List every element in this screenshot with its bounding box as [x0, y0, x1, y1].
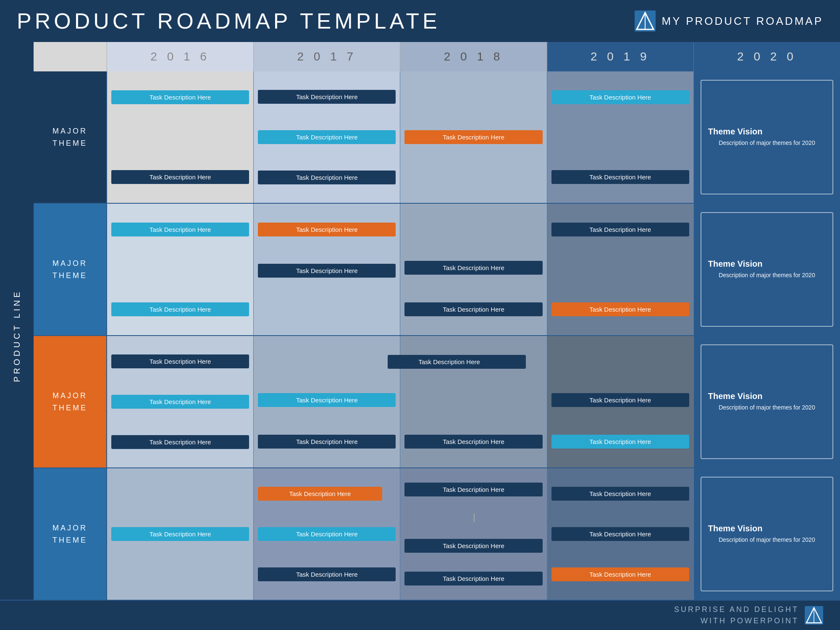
- task-pill: Task Description Here: [404, 539, 542, 553]
- product-line-label: PRODUCT LINE: [12, 289, 22, 382]
- task-pill: Task Description Here: [404, 130, 542, 144]
- cell-1-2019: Task Description Here Task Description H…: [547, 71, 694, 203]
- theme-vision-title-4: Theme Vision: [708, 524, 826, 533]
- task-pill: Task Description Here: [111, 302, 249, 316]
- task-pill: Task Description Here: [404, 435, 542, 449]
- theme-vision-title-2: Theme Vision: [708, 259, 826, 269]
- footer: SURPRISE AND DELIGHT WITH POWERPOINT: [0, 600, 840, 630]
- cell-3-2020: Theme Vision Description of major themes…: [694, 336, 840, 467]
- task-pill: Task Description Here: [111, 354, 249, 368]
- header: PRODUCT ROADMAP TEMPLATE MY PRODUCT ROAD…: [0, 0, 840, 42]
- year-2016: 2 0 1 6: [107, 42, 254, 71]
- task-pill: Task Description Here: [258, 435, 396, 449]
- task-pill: Task Description Here: [551, 567, 689, 581]
- task-pill: Task Description Here: [551, 170, 689, 184]
- cell-4-2019: Task Description Here Task Description H…: [547, 468, 694, 600]
- theme-vision-title-3: Theme Vision: [708, 391, 826, 401]
- cell-1-2017: Task Description Here Task Description H…: [254, 71, 400, 203]
- task-pill: Task Description Here: [258, 393, 396, 407]
- task-pill: Task Description Here: [258, 567, 396, 581]
- page-title: PRODUCT ROADMAP TEMPLATE: [17, 8, 441, 34]
- task-pill: Task Description Here: [111, 170, 249, 184]
- theme-vision-3: Theme Vision Description of major themes…: [701, 344, 833, 459]
- task-pill: Task Description Here: [258, 487, 382, 501]
- task-pill: Task Description Here: [551, 90, 689, 104]
- cell-2-2018: Task Description Here Task Description H…: [400, 204, 547, 335]
- task-pill: Task Description Here: [551, 435, 689, 449]
- cell-2-2017: Task Description Here Task Description H…: [254, 204, 400, 335]
- theme-vision-1: Theme Vision Description of major themes…: [701, 80, 833, 194]
- task-pill: Task Description Here: [258, 264, 396, 278]
- task-pill: Task Description Here: [258, 223, 396, 236]
- cell-2-2016: Task Description Here Task Description H…: [107, 204, 254, 335]
- task-pill: Task Description Here: [551, 223, 689, 236]
- year-2017: 2 0 1 7: [254, 42, 400, 71]
- theme-vision-desc-3: Description of major themes for 2020: [708, 404, 826, 412]
- footer-text: SURPRISE AND DELIGHT WITH POWERPOINT: [674, 604, 799, 627]
- task-pill: Task Description Here: [388, 355, 525, 369]
- task-pill: Task Description Here: [258, 90, 396, 104]
- cell-3-2017: Task Description Here Task Description H…: [254, 336, 400, 467]
- task-pill: Task Description Here: [111, 527, 249, 541]
- cell-4-2018: Task Description Here Task Description H…: [400, 468, 547, 600]
- brand-name: MY PRODUCT ROADMAP: [662, 15, 823, 28]
- grid-row-4: MAJORTHEME Task Description Here Task De…: [34, 468, 840, 600]
- footer-line1: SURPRISE AND DELIGHT: [674, 605, 799, 614]
- theme-vision-title-1: Theme Vision: [708, 127, 826, 136]
- task-pill: Task Description Here: [404, 261, 542, 275]
- footer-line2: WITH POWERPOINT: [701, 617, 799, 625]
- task-pill: Task Description Here: [404, 302, 542, 316]
- task-pill: Task Description Here: [551, 487, 689, 501]
- theme-vision-desc-2: Description of major themes for 2020: [708, 271, 826, 280]
- vertical-label-col: PRODUCT LINE: [0, 71, 34, 600]
- theme-label-1: MAJORTHEME: [34, 71, 107, 203]
- cell-4-2020: Theme Vision Description of major themes…: [694, 468, 840, 600]
- theme-vision-4: Theme Vision Description of major themes…: [701, 477, 833, 591]
- task-pill: Task Description Here: [111, 435, 249, 449]
- theme-label-text-2: MAJORTHEME: [52, 257, 87, 282]
- cell-2-2019: Task Description Here Task Description H…: [547, 204, 694, 335]
- theme-vision-desc-4: Description of major themes for 2020: [708, 536, 826, 544]
- task-pill: Task Description Here: [551, 302, 689, 316]
- task-pill: Task Description Here: [404, 572, 542, 585]
- main-container: PRODUCT ROADMAP TEMPLATE MY PRODUCT ROAD…: [0, 0, 840, 630]
- year-header-row: 2 0 1 6 2 0 1 7 2 0 1 8 2 0 1 9 2 0 2 0: [0, 42, 840, 71]
- grid-row-3: MAJORTHEME Task Description Here Task De…: [34, 336, 840, 468]
- theme-vision-desc-1: Description of major themes for 2020: [708, 139, 826, 147]
- cell-4-2016: Task Description Here: [107, 468, 254, 600]
- task-pill: Task Description Here: [111, 90, 249, 104]
- task-pill: Task Description Here: [551, 393, 689, 407]
- year-2018: 2 0 1 8: [400, 42, 547, 71]
- year-2019: 2 0 1 9: [547, 42, 694, 71]
- theme-label-text-3: MAJORTHEME: [52, 390, 87, 414]
- grid-row-1: MAJORTHEME Task Description Here Task De…: [34, 71, 840, 204]
- cell-1-2020: Theme Vision Description of major themes…: [694, 71, 840, 203]
- footer-logo-icon: [805, 606, 823, 625]
- grid-content: PRODUCT LINE MAJORTHEME Task Description…: [0, 71, 840, 600]
- theme-vision-2: Theme Vision Description of major themes…: [701, 212, 833, 327]
- header-right: MY PRODUCT ROADMAP: [635, 10, 823, 32]
- task-pill: Task Description Here: [258, 130, 396, 144]
- theme-label-text-4: MAJORTHEME: [52, 522, 87, 546]
- cell-2-2020: Theme Vision Description of major themes…: [694, 204, 840, 335]
- year-2020: 2 0 2 0: [694, 42, 840, 71]
- theme-label-2: MAJORTHEME: [34, 204, 107, 335]
- task-pill: Task Description Here: [258, 171, 396, 184]
- cell-1-2016: Task Description Here Task Description H…: [107, 71, 254, 203]
- grid-area: MAJORTHEME Task Description Here Task De…: [34, 71, 840, 600]
- theme-label-4: MAJORTHEME: [34, 468, 107, 600]
- cell-1-2018: Task Description Here: [400, 71, 547, 203]
- cell-3-2018: Task Description Here Task Description H…: [400, 336, 547, 467]
- theme-label-3: MAJORTHEME: [34, 336, 107, 467]
- task-pill: Task Description Here: [404, 483, 542, 496]
- task-pill: Task Description Here: [258, 527, 396, 541]
- task-pill: Task Description Here: [111, 395, 249, 409]
- cell-4-2017: Task Description Here Task Description H…: [254, 468, 400, 600]
- grid-row-2: MAJORTHEME Task Description Here Task De…: [34, 204, 840, 336]
- cell-3-2019: Task Description Here Task Description H…: [547, 336, 694, 467]
- cell-3-2016: Task Description Here Task Description H…: [107, 336, 254, 467]
- product-logo-icon: [635, 10, 656, 32]
- task-pill: Task Description Here: [111, 223, 249, 236]
- task-pill: Task Description Here: [551, 527, 689, 541]
- theme-label-text-1: MAJORTHEME: [52, 125, 87, 150]
